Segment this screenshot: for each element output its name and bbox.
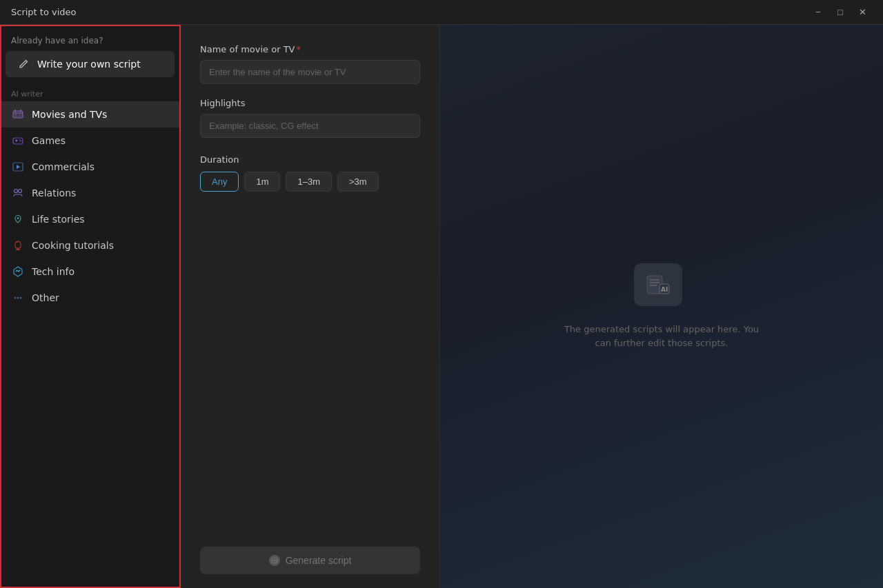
generate-label: Generate script <box>286 555 352 566</box>
techinfo-icon <box>11 265 25 278</box>
sidebar-item-write-own[interactable]: Write your own script <box>6 51 175 77</box>
sidebar-item-relations[interactable]: Relations <box>0 180 180 206</box>
cooking-label: Cooking tutorials <box>32 240 114 251</box>
write-own-label: Write your own script <box>37 59 141 70</box>
svg-point-19 <box>14 297 17 299</box>
games-icon <box>11 134 25 148</box>
svg-point-20 <box>17 297 19 299</box>
sidebar-item-techinfo[interactable]: Tech info <box>0 258 180 285</box>
duration-label: Duration <box>200 154 420 165</box>
highlights-group: Highlights <box>200 98 420 152</box>
relations-label: Relations <box>32 187 76 199</box>
lifestories-label: Life stories <box>32 214 85 225</box>
generate-icon <box>269 555 280 566</box>
title-bar: Script to video − □ ✕ <box>0 0 883 25</box>
duration-buttons: Any 1m 1–3m >3m <box>200 172 420 192</box>
techinfo-label: Tech info <box>32 266 75 277</box>
center-panel: Name of movie or TV* Highlights Duration… <box>181 25 440 588</box>
sidebar-item-other[interactable]: Other <box>0 285 180 311</box>
svg-text:AI: AI <box>661 286 668 293</box>
sidebar-item-games[interactable]: Games <box>0 128 180 154</box>
sidebar-already-label: Already have an idea? <box>0 36 180 51</box>
commercials-icon <box>11 160 25 174</box>
duration-1-3m-button[interactable]: 1–3m <box>286 172 332 192</box>
duration-1m-button[interactable]: 1m <box>244 172 280 192</box>
ai-writer-label: AI writer <box>0 83 180 101</box>
svg-marker-18 <box>14 267 22 276</box>
other-label: Other <box>32 292 59 303</box>
svg-point-10 <box>19 139 21 141</box>
duration-any-button[interactable]: Any <box>200 172 239 192</box>
name-label-group: Name of movie or TV* <box>200 44 420 98</box>
window-title: Script to video <box>11 7 77 17</box>
window-controls: − □ ✕ <box>808 3 872 22</box>
duration-3m-plus-button[interactable]: >3m <box>337 172 379 192</box>
cooking-icon <box>11 239 25 252</box>
svg-rect-7 <box>13 138 23 144</box>
movies-label: Movies and TVs <box>32 109 107 120</box>
sidebar: Already have an idea? Write your own scr… <box>0 25 181 588</box>
generate-script-button[interactable]: Generate script <box>200 547 420 574</box>
highlights-input[interactable] <box>200 114 420 138</box>
ai-icon-container: AI <box>634 263 689 312</box>
movies-icon <box>11 108 25 121</box>
ai-icon-bg: AI <box>634 263 682 306</box>
svg-point-15 <box>17 217 19 219</box>
svg-point-14 <box>19 190 22 193</box>
main-layout: Already have an idea? Write your own scr… <box>0 25 883 588</box>
sidebar-item-movies[interactable]: Movies and TVs <box>0 101 180 128</box>
svg-point-11 <box>20 141 21 142</box>
svg-point-21 <box>20 297 22 299</box>
commercials-label: Commercials <box>32 161 95 172</box>
movie-name-input[interactable] <box>200 60 420 84</box>
other-icon <box>11 291 25 305</box>
generate-btn-wrapper: Generate script <box>200 547 420 574</box>
sidebar-item-lifestories[interactable]: Life stories <box>0 206 180 232</box>
pencil-icon <box>17 57 30 71</box>
svg-rect-0 <box>13 111 23 118</box>
svg-point-13 <box>14 190 18 193</box>
minimize-button[interactable]: − <box>808 3 828 22</box>
right-panel: AI The generated scripts will appear her… <box>440 25 883 588</box>
sidebar-item-cooking[interactable]: Cooking tutorials <box>0 232 180 258</box>
empty-state-text: The generated scripts will appear here. … <box>558 323 765 349</box>
duration-section: Duration Any 1m 1–3m >3m <box>200 154 420 192</box>
name-label: Name of movie or TV* <box>200 44 420 54</box>
highlights-label: Highlights <box>200 98 420 108</box>
sidebar-item-commercials[interactable]: Commercials <box>0 154 180 180</box>
lifestories-icon <box>11 212 25 226</box>
maximize-button[interactable]: □ <box>831 3 850 22</box>
close-button[interactable]: ✕ <box>853 3 872 22</box>
relations-icon <box>11 186 25 200</box>
games-label: Games <box>32 135 66 146</box>
